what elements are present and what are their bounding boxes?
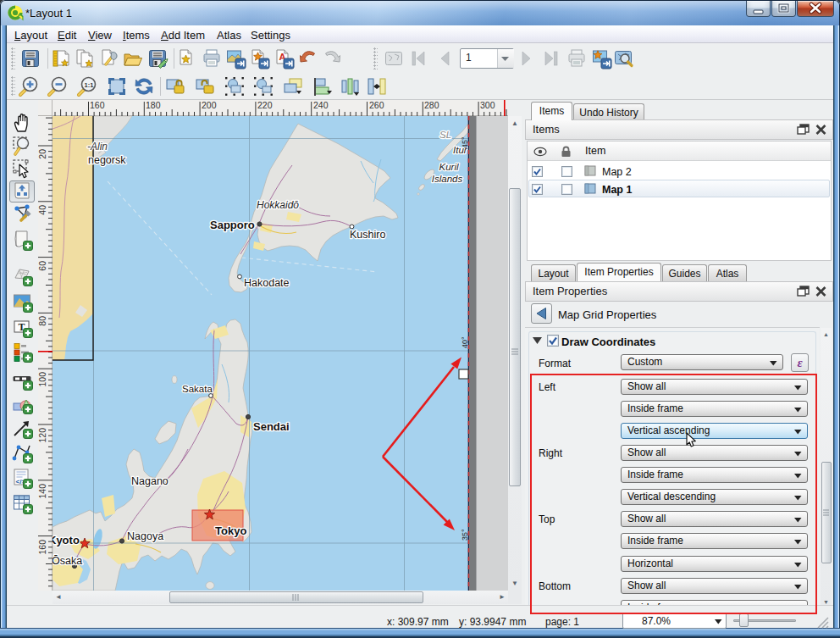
svg-text:Kuril: Kuril — [439, 162, 458, 172]
svg-text:Sapporo: Sapporo — [210, 219, 255, 231]
svg-text:Ōsaka: Ōsaka — [52, 555, 82, 567]
svg-text:300: 300 — [480, 100, 495, 110]
svg-text:-Alin: -Alin — [87, 141, 108, 153]
svg-text:220: 220 — [257, 100, 273, 110]
svg-text:Kushiro: Kushiro — [350, 229, 385, 241]
svg-text:Hokkaidō: Hokkaidō — [257, 199, 299, 211]
svg-text:35°: 35° — [461, 529, 469, 541]
svg-text:Sakata: Sakata — [182, 384, 213, 394]
svg-text:Nagoya: Nagoya — [127, 530, 163, 542]
svg-text:240: 240 — [313, 100, 329, 110]
svg-text:45°: 45° — [461, 136, 469, 148]
svg-text:Tokyo: Tokyo — [215, 524, 246, 537]
svg-text:Islands: Islands — [432, 174, 463, 184]
svg-text:negorsk: negorsk — [88, 154, 126, 166]
svg-text:200: 200 — [202, 100, 217, 110]
svg-text:60: 60 — [38, 261, 47, 271]
svg-text:160: 160 — [38, 540, 47, 555]
svg-text:120: 120 — [38, 428, 47, 443]
svg-text:40: 40 — [38, 205, 47, 215]
svg-text:20: 20 — [38, 149, 47, 159]
svg-text:260: 260 — [369, 100, 384, 110]
svg-text:140: 140 — [38, 484, 47, 499]
svg-text:SL: SL — [439, 130, 451, 140]
svg-text:Sendai: Sendai — [253, 420, 290, 433]
svg-text:40°: 40° — [461, 336, 469, 348]
svg-text:280: 280 — [424, 100, 439, 110]
svg-text:160: 160 — [90, 100, 105, 110]
svg-text:Kyoto: Kyoto — [52, 534, 80, 546]
svg-text:180: 180 — [146, 100, 161, 110]
svg-text:80: 80 — [38, 316, 47, 326]
svg-text:Nagano: Nagano — [131, 475, 169, 487]
svg-text:100: 100 — [38, 372, 47, 387]
svg-text:Hakodate: Hakodate — [244, 277, 290, 289]
svg-text:1:1: 1:1 — [85, 81, 94, 89]
